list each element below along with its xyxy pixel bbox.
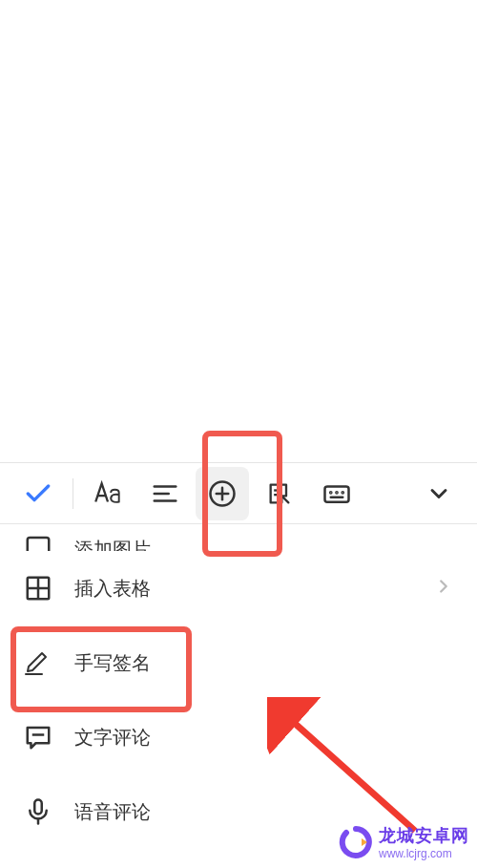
note-button[interactable] [253, 467, 306, 520]
menu-item-handwritten-signature[interactable]: 手写签名 [0, 625, 477, 700]
paragraph-button[interactable] [138, 467, 192, 520]
svg-point-10 [336, 492, 337, 493]
svg-rect-19 [34, 800, 42, 815]
menu-label: 语音评论 [74, 799, 454, 825]
document-canvas[interactable] [0, 0, 477, 462]
menu-item-insert-table[interactable]: 插入表格 [0, 551, 477, 625]
chevron-right-icon [433, 576, 454, 601]
check-icon [23, 478, 53, 509]
watermark-title: 龙城安卓网 [379, 824, 469, 847]
keyboard-icon [322, 479, 351, 508]
menu-label: 文字评论 [74, 725, 454, 751]
collapse-button[interactable] [412, 467, 466, 520]
confirm-button[interactable] [11, 467, 65, 520]
menu-label: 插入表格 [74, 576, 412, 602]
menu-item-add-image[interactable]: 添加图片 [0, 524, 477, 551]
signature-icon [23, 647, 53, 678]
watermark: 龙城安卓网 www.lcjrg.com [339, 824, 469, 860]
insert-button[interactable] [196, 467, 249, 520]
chevron-down-icon [425, 480, 452, 507]
svg-rect-13 [28, 538, 50, 551]
svg-point-11 [342, 492, 343, 493]
menu-label: 添加图片 [74, 537, 454, 551]
editor-toolbar [0, 462, 477, 523]
text-comment-icon [23, 722, 53, 752]
text-style-button[interactable] [81, 467, 135, 520]
menu-item-text-comment[interactable]: 文字评论 [0, 700, 477, 774]
text-style-icon [92, 477, 124, 510]
menu-label: 手写签名 [74, 650, 454, 676]
watermark-url: www.lcjrg.com [379, 847, 469, 860]
insert-menu: 添加图片 插入表格 手写签名 文字评论 语音评论 [0, 523, 477, 849]
toolbar-divider [73, 478, 73, 509]
watermark-logo-icon [339, 825, 373, 859]
plus-circle-icon [208, 479, 237, 508]
paragraph-icon [151, 479, 179, 508]
note-edit-icon [266, 480, 293, 507]
svg-point-9 [330, 492, 331, 493]
table-icon [23, 573, 53, 603]
image-icon [23, 532, 53, 551]
microphone-icon [23, 796, 53, 827]
keyboard-button[interactable] [310, 467, 363, 520]
